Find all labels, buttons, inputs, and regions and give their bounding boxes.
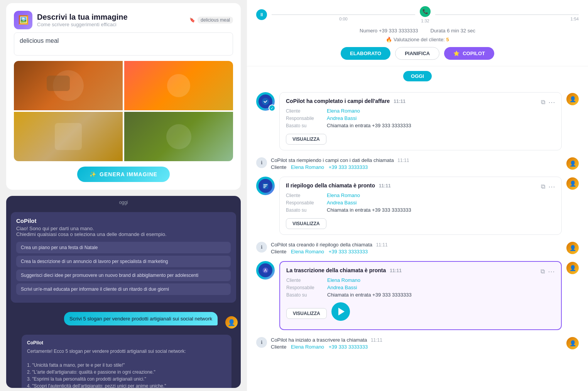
filling-text: CoPilot sta riempiendo i campi con i dat… [271,157,409,163]
transcript-time: 11:11 [390,268,402,273]
food-image-4 [124,112,233,161]
transcript-cliente-row: Cliente Elena Romano [286,277,555,283]
summary-header-row: Il riepilogo della chiamata è pronto 11:… [286,182,555,192]
transcribing-text: CoPilot ha iniziato a trascrivere la chi… [271,337,382,343]
deal-cliente-value: Elena Romano [327,108,360,114]
deal-header-row: CoPilot ha completato i campi dell'affar… [286,98,555,108]
food-image-3 [14,112,123,161]
summary-cliente-row: Cliente Elena Romano [286,192,555,198]
transcribing-content: CoPilot ha iniziato a trascrivere la chi… [271,336,382,350]
summary-actions: ⧉ ⋯ [541,182,555,191]
summary-cliente-value: Elena Romano [327,192,360,198]
more-options-icon-3[interactable]: ⋯ [548,267,555,276]
image-gen-header: 🖼️ Descrivi la tua immagine Come scriver… [14,11,233,29]
creating-time: 11:11 [376,242,388,248]
filling-cliente-value: Elena Romano [291,164,324,170]
more-options-icon-2[interactable]: ⋯ [548,182,555,191]
today-badge: OGGI [403,71,432,81]
info-icon-1: ℹ [256,157,267,168]
rating-value: 5 [446,37,449,42]
copilot-button[interactable]: ⭐ COPILOT [444,47,494,60]
copy-card-icon-2[interactable]: ⧉ [541,183,545,190]
chat-date-header: oggi [6,196,241,209]
deal-icon: ✓ [256,92,275,111]
creating-text: CoPilot sta creando il riepilogo della c… [271,242,388,248]
filling-phone: +39 333 3333333 [329,164,368,170]
call-meta: Numero +39 333 3333333 Durata 6 min 32 s… [256,28,579,34]
timeline-segment-1: 0:00 [272,14,415,15]
summary-basato-row: Basato su Chiamata in entrata +39 333 33… [286,207,555,213]
transcript-icon-inner: A [259,263,272,277]
transcribing-cliente-value: Elena Romano [291,344,324,350]
transcript-basato-value: Chiamata in entrata +39 333 3333333 [327,292,412,298]
today-row: OGGI [247,66,588,86]
suggestion-3[interactable]: Suggerisci dieci idee per promuovere un … [16,270,231,281]
creating-avatar: 👤 [566,242,579,254]
suggestion-2[interactable]: Crea la descrizione di un annuncio di la… [16,256,231,267]
message-transcribing: ℹ CoPilot ha iniziato a trascrivere la c… [256,335,579,352]
deal-basato-label: Basato su [286,123,321,128]
message-deal-complete: ✓ CoPilot ha completato i campi dell'aff… [256,92,579,150]
transcript-avatar: 👤 [566,262,579,274]
food-images-grid [14,61,233,161]
image-gen-card: 🖼️ Descrivi la tua immagine Come scriver… [6,3,241,190]
creating-phone: +39 333 3333333 [329,249,368,254]
message-summary-ready: Il riepilogo della chiamata è pronto 11:… [256,177,579,235]
suggestion-4[interactable]: Scrivi un'e-mail educata per informare i… [16,283,231,295]
messages-area: ✓ CoPilot ha completato i campi dell'aff… [247,89,588,355]
creating-summary-content: CoPilot sta creando il riepilogo della c… [271,241,388,255]
timeline-time-mid: 1:32 [421,19,429,23]
summary-time: 11:11 [379,183,391,189]
food-image-2 [124,61,233,110]
copy-card-icon-3[interactable]: ⧉ [541,268,545,275]
summary-visualizza-btn[interactable]: VISUALIZZA [286,218,326,229]
timeline-time-end: 1:54 [571,17,579,21]
transcript-resp-value: Andrea Bassi [327,285,357,290]
user-message: Scrivi 5 slogan per vendere prodotti art… [64,312,218,325]
deal-avatar: 👤 [566,93,579,105]
transcript-visualizza-btn[interactable]: VISUALIZZA [286,308,327,319]
filling-avatar: 👤 [566,157,579,170]
summary-resp-label: Responsabile [286,200,321,206]
transcript-card: La trascrizione della chiamata è pronta … [279,261,562,330]
summary-basato-label: Basato su [286,207,321,213]
transcript-basato-row: Basato su Chiamata in entrata +39 333 33… [286,292,555,298]
play-button[interactable] [331,302,350,321]
copy-card-icon[interactable]: ⧉ [541,99,545,106]
chat-bot-name: CoPilot [16,217,231,224]
transcribing-avatar: 👤 [566,337,579,349]
bot-response-name: CoPilot [27,340,226,345]
suggestion-1[interactable]: Crea un piano per una festa di Natale [16,242,231,253]
image-gen-subtitle: Come scrivere suggerimenti efficaci [37,22,128,27]
filling-cliente: Cliente Elena Romano +39 333 3333333 [271,164,368,170]
message-transcript-ready: A La trascrizione della chiamata è pront… [256,261,579,330]
pianifica-button[interactable]: PIANIFICA [395,47,439,60]
transcribing-cliente: Cliente Elena Romano +39 333 3333333 [271,344,368,350]
summary-cliente-label: Cliente [286,193,321,198]
timeline-start-dot: ⏸ [256,9,267,20]
genera-label: GENERA IMMAGINE [100,171,157,177]
more-options-icon[interactable]: ⋯ [548,98,555,106]
call-timeline: ⏸ 0:00 📞 1:32 1:54 [256,6,579,23]
deal-responsabile-row: Responsabile Andrea Bassi [286,115,555,121]
deal-complete-card: CoPilot ha completato i campi dell'affar… [279,92,562,150]
elaborato-button[interactable]: ELABORATO [341,47,390,60]
image-prompt-area: delicious meal [14,32,233,56]
deal-cliente-label: Cliente [286,108,321,114]
deal-basato-row: Basato su Chiamata in entrata +39 333 33… [286,123,555,128]
deal-cliente-row: Cliente Elena Romano [286,108,555,114]
phone-number-label: Numero +39 333 3333333 [360,28,418,34]
deal-actions: ⧉ ⋯ [541,98,555,106]
genera-immagine-button[interactable]: ✨ GENERA IMMAGINE [77,167,170,182]
transcribing-phone: +39 333 3333333 [329,344,368,350]
image-gen-icon: 🖼️ [14,11,32,29]
transcript-header-row: La trascrizione della chiamata è pronta … [286,267,555,277]
transcript-resp-row: Responsabile Andrea Bassi [286,285,555,290]
rating-row: 🔥 Valutazione del cliente: 5 [256,37,579,42]
call-info-top: ⏸ 0:00 📞 1:32 1:54 Numero +39 333 333333… [247,0,588,66]
transcript-cliente-label: Cliente [286,278,321,283]
transcript-title: La trascrizione della chiamata è pronta … [286,267,402,273]
copilot-star-icon: ⭐ [453,51,460,56]
deal-basato-value: Chiamata in entrata +39 333 3333333 [327,123,411,128]
deal-visualizza-btn[interactable]: VISUALIZZA [286,134,326,145]
